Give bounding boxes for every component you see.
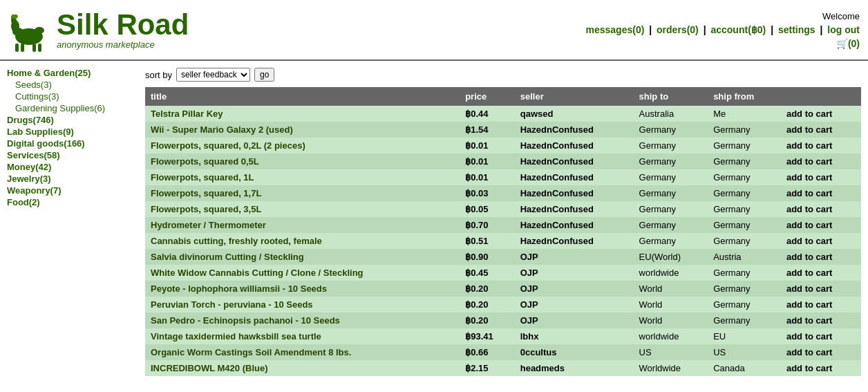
add-to-cart-button[interactable]: add to cart: [781, 344, 861, 360]
product-seller[interactable]: HazednConfused: [515, 217, 634, 233]
add-to-cart-button[interactable]: add to cart: [781, 217, 861, 233]
product-ship-from: Germany: [708, 122, 781, 138]
product-title[interactable]: Flowerpots, squared, 1L: [145, 169, 460, 185]
add-to-cart-button[interactable]: add to cart: [781, 312, 861, 328]
product-seller[interactable]: 0ccultus: [515, 344, 634, 360]
product-seller[interactable]: OJP: [515, 312, 634, 328]
product-title[interactable]: Telstra Pillar Key: [145, 106, 460, 122]
product-ship-from: EU: [708, 328, 781, 344]
product-seller[interactable]: OJP: [515, 281, 634, 297]
col-price: price: [460, 87, 515, 106]
product-price: ฿0.03: [460, 185, 515, 201]
sidebar-item-8[interactable]: Money(42): [7, 162, 138, 172]
product-ship-from: Germany: [708, 138, 781, 153]
product-title[interactable]: Flowerpots, squared, 0,2L (2 pieces): [145, 138, 460, 153]
product-title[interactable]: Wii - Super Mario Galaxy 2 (used): [145, 122, 460, 138]
add-to-cart-button[interactable]: add to cart: [781, 233, 861, 249]
sidebar-item-5[interactable]: Lab Supplies(9): [7, 127, 138, 137]
product-ship-to: Germany: [634, 201, 708, 217]
product-title[interactable]: Vintage taxidermied hawksbill sea turtle: [145, 328, 460, 344]
cart-icon-area[interactable]: 🛒(0): [586, 38, 860, 49]
product-title[interactable]: Peyote - lophophora williamsii - 10 Seed…: [145, 281, 460, 297]
table-row: Hydrometer / Thermometer฿0.70HazednConfu…: [145, 217, 861, 233]
logout-link[interactable]: log out: [827, 24, 860, 35]
table-row: Salvia divinorum Cutting / Steckling฿0.9…: [145, 249, 861, 265]
sidebar-item-4[interactable]: Drugs(746): [7, 115, 138, 125]
table-row: Flowerpots, squared, 1L฿0.01HazednConfus…: [145, 169, 861, 185]
product-title[interactable]: Peruvian Torch - peruviana - 10 Seeds: [145, 297, 460, 312]
product-seller[interactable]: HazednConfused: [515, 138, 634, 153]
product-seller[interactable]: HazednConfused: [515, 153, 634, 169]
add-to-cart-button[interactable]: add to cart: [781, 281, 861, 297]
sort-select[interactable]: seller feedbackpricetitlenewest: [176, 68, 250, 82]
table-row: Peruvian Torch - peruviana - 10 Seeds฿0.…: [145, 297, 861, 312]
cart-count: (0): [848, 38, 860, 49]
add-to-cart-button[interactable]: add to cart: [781, 360, 861, 376]
settings-link[interactable]: settings: [778, 24, 815, 35]
sidebar-item-0[interactable]: Home & Garden(25): [7, 68, 138, 78]
add-to-cart-button[interactable]: add to cart: [781, 153, 861, 169]
add-to-cart-button[interactable]: add to cart: [781, 201, 861, 217]
add-to-cart-button[interactable]: add to cart: [781, 138, 861, 153]
product-title[interactable]: Flowerpots, squared, 3,5L: [145, 201, 460, 217]
product-seller[interactable]: HazednConfused: [515, 233, 634, 249]
product-seller[interactable]: qawsed: [515, 106, 634, 122]
product-seller[interactable]: headmeds: [515, 360, 634, 376]
product-title[interactable]: Salvia divinorum Cutting / Steckling: [145, 249, 460, 265]
sidebar-item-2[interactable]: Cuttings(3): [15, 91, 138, 102]
table-row: Peyote - lophophora williamsii - 10 Seed…: [145, 281, 861, 297]
product-price: ฿0.01: [460, 153, 515, 169]
product-ship-from: Canada: [708, 360, 781, 376]
account-link[interactable]: account(฿0): [710, 24, 766, 35]
sidebar-item-11[interactable]: Food(2): [7, 197, 138, 207]
orders-link[interactable]: orders(0): [657, 24, 699, 35]
site-subtitle: anonymous marketplace: [57, 39, 189, 50]
header-right: Welcome messages(0) | orders(0) | accoun…: [586, 11, 860, 49]
add-to-cart-button[interactable]: add to cart: [781, 249, 861, 265]
product-seller[interactable]: OJP: [515, 297, 634, 312]
product-seller[interactable]: HazednConfused: [515, 185, 634, 201]
sidebar-item-6[interactable]: Digital goods(166): [7, 138, 138, 149]
add-to-cart-button[interactable]: add to cart: [781, 169, 861, 185]
sidebar-item-9[interactable]: Jewelry(3): [7, 174, 138, 184]
sidebar-item-3[interactable]: Gardening Supplies(6): [15, 103, 138, 113]
product-title[interactable]: Hydrometer / Thermometer: [145, 217, 460, 233]
product-price: ฿0.66: [460, 344, 515, 360]
sidebar-item-10[interactable]: Weaponry(7): [7, 185, 138, 196]
product-ship-from: Germany: [708, 297, 781, 312]
product-seller[interactable]: HazednConfused: [515, 122, 634, 138]
product-price: ฿0.44: [460, 106, 515, 122]
product-title[interactable]: Flowerpots, squared 0,5L: [145, 153, 460, 169]
product-title[interactable]: San Pedro - Echinopsis pachanoi - 10 See…: [145, 312, 460, 328]
product-title[interactable]: White Widow Cannabis Cutting / Clone / S…: [145, 265, 460, 281]
product-ship-to: Australia: [634, 106, 708, 122]
product-seller[interactable]: OJP: [515, 265, 634, 281]
table-row: Flowerpots, squared 0,5L฿0.01HazednConfu…: [145, 153, 861, 169]
messages-link[interactable]: messages(0): [586, 24, 645, 35]
add-to-cart-button[interactable]: add to cart: [781, 185, 861, 201]
product-seller[interactable]: HazednConfused: [515, 201, 634, 217]
sidebar-item-1[interactable]: Seeds(3): [15, 80, 138, 90]
add-to-cart-button[interactable]: add to cart: [781, 106, 861, 122]
product-seller[interactable]: lbhx: [515, 328, 634, 344]
add-to-cart-button[interactable]: add to cart: [781, 122, 861, 138]
product-seller[interactable]: OJP: [515, 249, 634, 265]
sort-go-button[interactable]: go: [254, 68, 274, 82]
product-seller[interactable]: HazednConfused: [515, 169, 634, 185]
svg-rect-3: [15, 44, 19, 52]
table-row: Wii - Super Mario Galaxy 2 (used)฿1.54Ha…: [145, 122, 861, 138]
product-ship-to: Germany: [634, 122, 708, 138]
sidebar-item-7[interactable]: Services(58): [7, 150, 138, 160]
add-to-cart-button[interactable]: add to cart: [781, 328, 861, 344]
product-price: ฿0.51: [460, 233, 515, 249]
add-to-cart-button[interactable]: add to cart: [781, 297, 861, 312]
product-title[interactable]: Cannabis cutting, freshly rooted, female: [145, 233, 460, 249]
product-ship-to: Germany: [634, 217, 708, 233]
add-to-cart-button[interactable]: add to cart: [781, 265, 861, 281]
product-title[interactable]: Organic Worm Castings Soil Amendment 8 l…: [145, 344, 460, 360]
product-title[interactable]: Flowerpots, squared, 1,7L: [145, 185, 460, 201]
product-title[interactable]: INCREDIBOWL M420 (Blue): [145, 360, 460, 376]
sort-label: sort by: [145, 70, 172, 80]
logo-text: Silk Road anonymous marketplace: [57, 10, 189, 50]
product-price: ฿2.15: [460, 360, 515, 376]
